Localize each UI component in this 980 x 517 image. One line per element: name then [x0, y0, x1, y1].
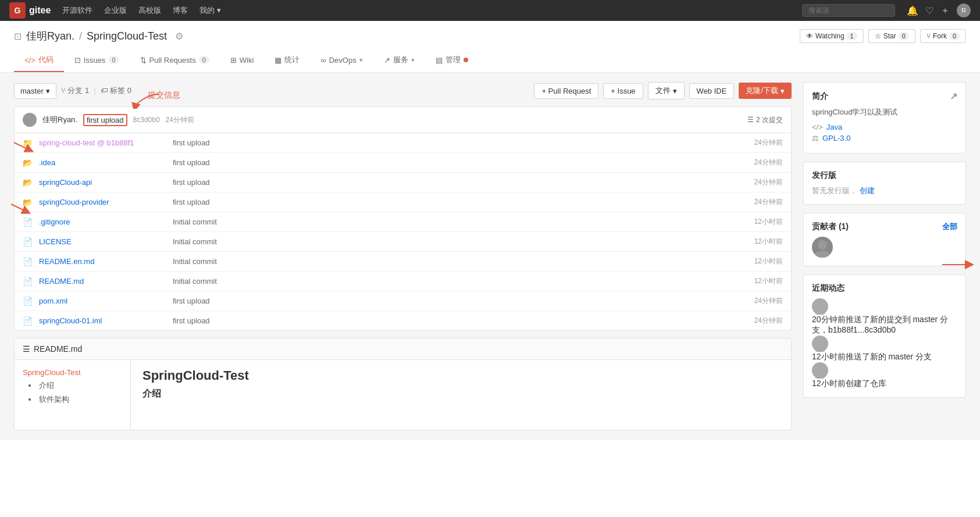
- file-name-link[interactable]: springCloud-01.iml: [39, 316, 167, 325]
- contributors-all-link[interactable]: 全部: [942, 222, 957, 232]
- meta-divider: |: [94, 87, 95, 95]
- file-time: 24分钟前: [736, 316, 783, 326]
- file-name-link[interactable]: LICENSE: [39, 237, 167, 246]
- tab-issues[interactable]: ⊡ Issues 0: [64, 49, 130, 72]
- sidebar-intro: 简介 ↗ springCloud学习以及测试 </> Java ⚖ GPL-3.…: [803, 82, 966, 154]
- file-commit-msg[interactable]: first upload: [173, 297, 730, 305]
- nav-blog[interactable]: 博客: [173, 5, 188, 16]
- issues-icon: ⊡: [74, 56, 81, 65]
- pull-request-button[interactable]: + Pull Request: [534, 83, 598, 99]
- nav-mine[interactable]: 我的 ▾: [199, 5, 221, 16]
- file-commit-msg[interactable]: Initial commit: [173, 257, 730, 266]
- tag-count-link[interactable]: 🏷 标签 0: [101, 85, 131, 96]
- heart-icon[interactable]: ♡: [925, 5, 933, 16]
- file-name-link[interactable]: springCloud-provider: [39, 198, 167, 206]
- contributor-avatar[interactable]: [812, 237, 833, 258]
- watching-button[interactable]: 👁 Watching 1: [800, 29, 864, 43]
- file-toolbar: master ▾ ⑂ 分支 1 | 🏷 标签 0 + Pull Request: [14, 82, 792, 99]
- license-meta-icon: ⚖: [812, 134, 819, 142]
- nav-enterprise[interactable]: 企业版: [104, 5, 127, 16]
- issue-button[interactable]: + Issue: [603, 83, 643, 99]
- file-name-link[interactable]: README.md: [39, 277, 167, 286]
- file-commit-msg[interactable]: first upload: [173, 158, 730, 167]
- file-name-link[interactable]: .idea: [39, 158, 167, 167]
- file-commit-msg[interactable]: Initial commit: [173, 277, 730, 286]
- file-name-link[interactable]: springCloud-api: [39, 178, 167, 187]
- readme-header: ☰ README.md: [15, 338, 791, 360]
- activity-avatar-1: [812, 298, 828, 315]
- nav-icons: 🔔 ♡ ＋ R: [907, 3, 971, 17]
- repo-type-icon: ⊡: [14, 31, 22, 42]
- file-commit-msg[interactable]: first upload: [173, 178, 730, 187]
- branch-count-link[interactable]: ⑂ 分支 1: [61, 85, 89, 96]
- activity-label: 近期动态: [812, 283, 844, 294]
- plus-icon[interactable]: ＋: [940, 5, 950, 17]
- tab-code[interactable]: </> 代码: [14, 49, 64, 72]
- issues-badge: 0: [108, 56, 119, 64]
- branch-selector[interactable]: master ▾: [14, 83, 56, 99]
- commit-user-link[interactable]: 佳明Ryan.: [42, 115, 77, 125]
- services-icon: ↗: [384, 56, 390, 65]
- tab-services[interactable]: ↗ 服务 ▾: [373, 49, 425, 72]
- clone-download-button[interactable]: 克隆/下载 ▾: [739, 83, 792, 99]
- readme-icon: ☰: [23, 344, 30, 354]
- contributors-label: 贡献者 (1): [812, 222, 849, 232]
- toc-main-item[interactable]: SpringCloud-Test: [23, 368, 122, 377]
- svg-point-7: [815, 347, 825, 352]
- file-name-link[interactable]: pom.xml: [39, 297, 167, 305]
- repo-name[interactable]: SpringCloud-Test: [87, 30, 167, 42]
- intro-expand-icon[interactable]: ↗: [950, 91, 957, 102]
- svg-point-4: [817, 301, 824, 308]
- content-area: master ▾ ⑂ 分支 1 | 🏷 标签 0 + Pull Request: [0, 73, 980, 440]
- file-name-link[interactable]: .gitignore: [39, 218, 167, 226]
- file-name-link[interactable]: spring-cloud-test @ b1b88f1: [39, 138, 167, 147]
- activity-item-2: 12小时前推送了新的 master 分支: [812, 336, 957, 362]
- logo[interactable]: G gitee: [9, 2, 51, 19]
- bell-icon[interactable]: 🔔: [907, 5, 918, 16]
- tab-stats[interactable]: ▦ 统计: [264, 49, 310, 72]
- star-button[interactable]: ☆ Star 0: [868, 29, 915, 43]
- webide-button[interactable]: Web IDE: [689, 83, 735, 99]
- repo-owner-link[interactable]: 佳明Ryan.: [26, 29, 74, 43]
- repo-settings-icon[interactable]: ⚙: [175, 31, 183, 42]
- file-commit-msg[interactable]: first upload: [173, 138, 730, 147]
- folder-icon: 📁: [23, 138, 33, 148]
- user-avatar[interactable]: R: [957, 3, 971, 17]
- main-container: ⊡ 佳明Ryan. / SpringCloud-Test ⚙ 👁 Watchin…: [0, 21, 980, 517]
- watching-label: Watching: [815, 32, 844, 40]
- create-release-link[interactable]: 创建: [860, 186, 875, 195]
- search-input[interactable]: [802, 4, 895, 17]
- commit-hash[interactable]: 8c3d0b0: [133, 116, 160, 124]
- folder-icon: 📂: [23, 178, 33, 187]
- file-commit-msg[interactable]: first upload: [173, 198, 730, 206]
- commit-info-row: 佳明Ryan. first upload 8c3d0b0 24分钟前 ☰ 2 次…: [14, 106, 792, 133]
- file-commit-msg[interactable]: Initial commit: [173, 218, 730, 226]
- nav-opensource[interactable]: 开源软件: [62, 5, 92, 16]
- tab-wiki[interactable]: ⊞ Wiki: [220, 49, 265, 72]
- readme-content: SpringCloud-Test 介绍 软件架构 SpringCloud-Tes…: [15, 360, 791, 430]
- toc-sub-item-2[interactable]: 软件架构: [23, 394, 122, 405]
- repo-tabs: </> 代码 ⊡ Issues 0 ⇅ Pull Requests 0 ⊞ Wi…: [14, 49, 966, 72]
- tab-manage[interactable]: ▤ 管理: [425, 49, 479, 72]
- sidebar-releases: 发行版 暂无发行版， 创建: [803, 162, 966, 205]
- commit-count-link[interactable]: ☰ 2 次提交: [747, 115, 783, 125]
- nav-university[interactable]: 高校版: [138, 5, 161, 16]
- language-link[interactable]: Java: [826, 123, 842, 131]
- toc-sub-item-1[interactable]: 介绍: [23, 380, 122, 391]
- watching-count: 1: [847, 32, 857, 40]
- fork-button[interactable]: ⑂ Fork 0: [920, 29, 966, 43]
- file-commit-msg[interactable]: Initial commit: [173, 237, 730, 246]
- repo-slash: /: [79, 30, 82, 42]
- file-icon: 📄: [23, 297, 33, 306]
- file-commit-msg[interactable]: first upload: [173, 316, 730, 325]
- file-list-wrapper: 📁 spring-cloud-test @ b1b88f1 first uplo…: [14, 133, 792, 331]
- activity-item-3: 12小时前创建了仓库: [812, 362, 957, 389]
- license-link[interactable]: GPL-3.0: [822, 134, 850, 142]
- tab-issues-label: Issues: [84, 56, 106, 65]
- file-button[interactable]: 文件 ▾: [648, 82, 685, 99]
- tab-devops[interactable]: ∞ DevOps ▾: [310, 49, 373, 72]
- sidebar-arrow-svg: [939, 259, 974, 270]
- tab-pullrequests[interactable]: ⇅ Pull Requests 0: [130, 49, 220, 72]
- commit-message[interactable]: first upload: [83, 114, 127, 126]
- file-name-link[interactable]: README.en.md: [39, 257, 167, 266]
